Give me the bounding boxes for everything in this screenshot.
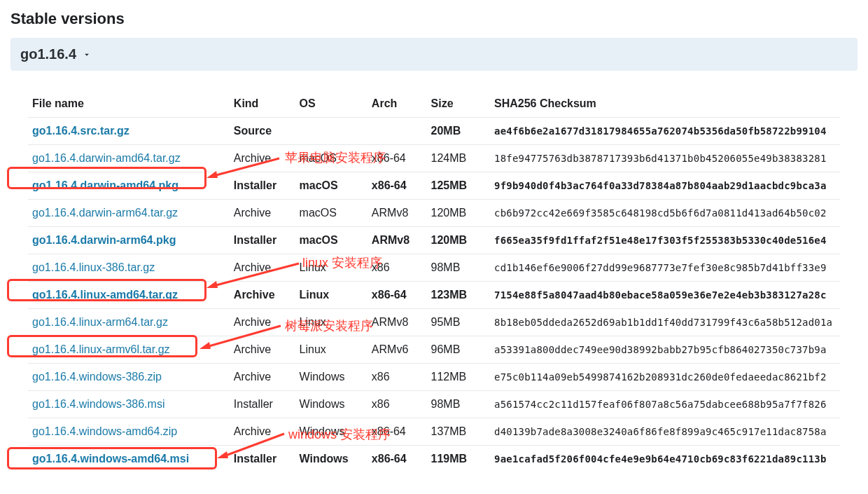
- download-link[interactable]: go1.16.4.darwin-amd64.pkg: [32, 179, 178, 191]
- cell-kind: Archive: [230, 145, 295, 172]
- cell-os: macOS: [295, 172, 368, 200]
- table-row: go1.16.4.src.tar.gzSource20MBae4f6b6e2a1…: [28, 118, 840, 145]
- cell-sha: f665ea35f9fd1ffaf2f51e48e17f303f5f255383…: [490, 227, 840, 254]
- cell-kind: Archive: [230, 254, 295, 282]
- cell-sha: cd1b146ef6e9006f27dd99e9687773e7fef30e8c…: [490, 254, 840, 282]
- cell-os: Linux: [295, 336, 368, 364]
- cell-size: 96MB: [427, 336, 490, 364]
- download-link[interactable]: go1.16.4.windows-amd64.msi: [32, 453, 189, 465]
- table-row: go1.16.4.darwin-arm64.pkgInstallermacOSA…: [28, 227, 840, 254]
- cell-kind: Archive: [230, 364, 295, 391]
- cell-size: 137MB: [427, 418, 490, 446]
- cell-os: Linux: [295, 254, 368, 282]
- col-size: Size: [427, 92, 490, 118]
- col-os: OS: [295, 92, 368, 118]
- cell-sha: a53391a800ddec749ee90d38992babb27b95cfb8…: [490, 336, 840, 364]
- cell-os: [295, 118, 368, 145]
- download-link[interactable]: go1.16.4.windows-386.zip: [32, 371, 162, 383]
- caret-down-icon: [82, 50, 92, 60]
- download-link[interactable]: go1.16.4.darwin-amd64.tar.gz: [32, 152, 181, 164]
- cell-arch: ARMv8: [368, 227, 427, 254]
- col-kind: Kind: [230, 92, 295, 118]
- cell-size: 123MB: [427, 282, 490, 309]
- cell-size: 119MB: [427, 446, 490, 473]
- table-row: go1.16.4.windows-386.msiInstallerWindows…: [28, 391, 840, 418]
- download-link[interactable]: go1.16.4.darwin-arm64.pkg: [32, 234, 176, 246]
- cell-sha: 7154e88f5a8047aad4b80ebace58a059e36e7e2e…: [490, 282, 840, 309]
- cell-size: 95MB: [427, 309, 490, 336]
- table-row: go1.16.4.linux-arm64.tar.gzArchiveLinuxA…: [28, 309, 840, 336]
- table-row: go1.16.4.darwin-arm64.tar.gzArchivemacOS…: [28, 200, 840, 227]
- cell-size: 124MB: [427, 145, 490, 172]
- cell-sha: a561574cc2c11d157feaf06f807a8c56a75dabce…: [490, 391, 840, 418]
- cell-size: 112MB: [427, 364, 490, 391]
- cell-arch: ARMv6: [368, 336, 427, 364]
- table-row: go1.16.4.linux-armv6l.tar.gzArchiveLinux…: [28, 336, 840, 364]
- cell-kind: Installer: [230, 227, 295, 254]
- cell-kind: Installer: [230, 446, 295, 473]
- download-link[interactable]: go1.16.4.darwin-arm64.tar.gz: [32, 207, 178, 219]
- cell-kind: Archive: [230, 282, 295, 309]
- cell-size: 120MB: [427, 227, 490, 254]
- col-sha: SHA256 Checksum: [490, 92, 840, 118]
- cell-sha: 9ae1cafad5f206f004cfe4e9e9b64e4710cb69c8…: [490, 446, 840, 473]
- cell-sha: 8b18eb05ddeda2652d69ab1b1dd1f40dd731799f…: [490, 309, 840, 336]
- cell-os: macOS: [295, 200, 368, 227]
- cell-arch: [368, 118, 427, 145]
- cell-size: 125MB: [427, 172, 490, 200]
- cell-arch: x86-64: [368, 282, 427, 309]
- cell-arch: x86: [368, 364, 427, 391]
- table-row: go1.16.4.darwin-amd64.tar.gzArchivemacOS…: [28, 145, 840, 172]
- cell-kind: Archive: [230, 200, 295, 227]
- version-toggle[interactable]: go1.16.4: [10, 38, 858, 71]
- table-row: go1.16.4.windows-amd64.zipArchiveWindows…: [28, 418, 840, 446]
- table-row: go1.16.4.linux-386.tar.gzArchiveLinuxx86…: [28, 254, 840, 282]
- cell-sha: 9f9b940d0f4b3ac764f0a33d78384a87b804aab2…: [490, 172, 840, 200]
- cell-arch: x86: [368, 391, 427, 418]
- table-header-row: File name Kind OS Arch Size SHA256 Check…: [28, 92, 840, 118]
- download-link[interactable]: go1.16.4.linux-arm64.tar.gz: [32, 316, 168, 328]
- cell-arch: x86-64: [368, 145, 427, 172]
- table-row: go1.16.4.windows-amd64.msiInstallerWindo…: [28, 446, 840, 473]
- cell-os: macOS: [295, 145, 368, 172]
- cell-size: 98MB: [427, 254, 490, 282]
- cell-size: 20MB: [427, 118, 490, 145]
- cell-kind: Installer: [230, 391, 295, 418]
- cell-os: macOS: [295, 227, 368, 254]
- cell-kind: Archive: [230, 309, 295, 336]
- cell-size: 120MB: [427, 200, 490, 227]
- cell-os: Windows: [295, 446, 368, 473]
- col-file: File name: [28, 92, 230, 118]
- cell-os: Windows: [295, 364, 368, 391]
- cell-arch: x86-64: [368, 446, 427, 473]
- cell-arch: x86: [368, 254, 427, 282]
- cell-kind: Archive: [230, 418, 295, 446]
- table-row: go1.16.4.windows-386.zipArchiveWindowsx8…: [28, 364, 840, 391]
- cell-sha: ae4f6b6e2a1677d31817984655a762074b5356da…: [490, 118, 840, 145]
- download-link[interactable]: go1.16.4.linux-386.tar.gz: [32, 261, 155, 273]
- cell-kind: Installer: [230, 172, 295, 200]
- cell-size: 98MB: [427, 391, 490, 418]
- cell-arch: x86-64: [368, 418, 427, 446]
- table-row: go1.16.4.linux-amd64.tar.gzArchiveLinuxx…: [28, 282, 840, 309]
- cell-kind: Archive: [230, 336, 295, 364]
- download-link[interactable]: go1.16.4.linux-amd64.tar.gz: [32, 289, 178, 301]
- cell-os: Windows: [295, 391, 368, 418]
- cell-sha: e75c0b114a09eb5499874162b208931dc260de0f…: [490, 364, 840, 391]
- cell-sha: d40139b7ade8a3008e3240a6f86fe8f899a9c465…: [490, 418, 840, 446]
- version-label: go1.16.4: [20, 46, 76, 62]
- cell-os: Linux: [295, 282, 368, 309]
- cell-kind: Source: [230, 118, 295, 145]
- download-link[interactable]: go1.16.4.src.tar.gz: [32, 125, 130, 137]
- download-link[interactable]: go1.16.4.windows-386.msi: [32, 398, 164, 410]
- cell-os: Windows: [295, 418, 368, 446]
- col-arch: Arch: [368, 92, 427, 118]
- downloads-table: File name Kind OS Arch Size SHA256 Check…: [28, 92, 840, 472]
- download-link[interactable]: go1.16.4.linux-armv6l.tar.gz: [32, 343, 170, 355]
- download-link[interactable]: go1.16.4.windows-amd64.zip: [32, 425, 177, 437]
- cell-os: Linux: [295, 309, 368, 336]
- cell-arch: ARMv8: [368, 200, 427, 227]
- cell-sha: cb6b972cc42e669f3585c648198cd5b6f6d7a081…: [490, 200, 840, 227]
- cell-sha: 18fe94775763db3878717393b6d41371b0b45206…: [490, 145, 840, 172]
- section-title: Stable versions: [10, 10, 858, 28]
